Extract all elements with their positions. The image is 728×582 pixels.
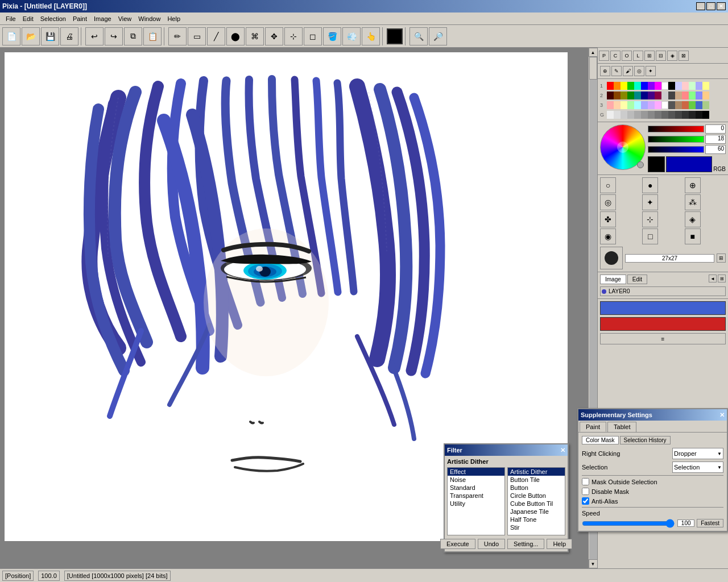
help-button[interactable]: Help (547, 539, 572, 549)
color-cell[interactable] (614, 92, 621, 99)
menu-file[interactable]: File (2, 14, 19, 23)
color-cell[interactable] (627, 82, 634, 90)
b-slider[interactable] (648, 146, 704, 153)
g-value[interactable]: 18 (705, 135, 726, 144)
color-cell[interactable] (641, 101, 648, 109)
current-color-preview[interactable] (666, 156, 712, 172)
spray-button[interactable]: 💨 (342, 27, 361, 45)
selection-select[interactable]: Selection ▼ (672, 462, 723, 473)
filter-item-stir[interactable]: Stir (508, 523, 565, 531)
supp-close-icon[interactable]: ✕ (719, 411, 725, 419)
layer-icon1[interactable]: ◄ (709, 275, 717, 282)
color-cell[interactable] (682, 101, 689, 109)
color-cell[interactable] (655, 111, 661, 119)
filter-item-japanese-tile[interactable]: Japanese Tile (508, 508, 565, 516)
color-cell[interactable] (668, 111, 675, 119)
color-cell[interactable] (702, 92, 709, 99)
layer-icon2[interactable]: ⊞ (718, 275, 726, 282)
color-cell[interactable] (614, 101, 621, 109)
new-button[interactable]: 📄 (2, 27, 20, 45)
color-wheel[interactable] (600, 124, 646, 170)
color-cell[interactable] (634, 92, 641, 99)
brush-cell-7[interactable]: ✤ (600, 211, 616, 227)
brush-cell-5[interactable]: ✦ (642, 194, 658, 210)
filter-close-icon[interactable]: ✕ (560, 447, 565, 454)
supp-tab-tablet[interactable]: Tablet (607, 422, 636, 432)
color-cell[interactable] (675, 92, 682, 99)
color-cell[interactable] (702, 101, 709, 109)
close-button[interactable]: ✕ (717, 2, 726, 10)
filter-item-noise[interactable]: Noise (448, 476, 504, 484)
color-cell[interactable] (702, 111, 709, 119)
brush-cell-6[interactable]: ⁂ (685, 194, 701, 210)
color-cell[interactable] (634, 111, 641, 119)
brush-cell-2[interactable]: ● (642, 177, 658, 193)
brush-cell-4[interactable]: ◎ (600, 194, 616, 210)
color-cell[interactable] (675, 111, 682, 119)
color-cell[interactable] (675, 82, 682, 90)
color-cell[interactable] (607, 82, 614, 90)
filter-effect-list[interactable]: Artistic Dither Button Tile Button Circl… (507, 467, 565, 535)
r-slider[interactable] (648, 126, 704, 132)
color-cell[interactable] (668, 92, 675, 99)
color-cell[interactable] (641, 111, 648, 119)
brush-cell-9[interactable]: ◈ (685, 211, 701, 227)
zoom-out-button[interactable]: 🔎 (429, 27, 447, 45)
brush-tool[interactable]: ✎ (611, 66, 622, 76)
brush-cell-12[interactable]: ■ (685, 228, 701, 244)
color-cell[interactable] (621, 111, 627, 119)
color-swatch-button[interactable] (387, 28, 403, 44)
copy-button[interactable]: ⧉ (124, 27, 142, 45)
filter-item-standard[interactable]: Standard (448, 484, 504, 492)
brush-cell-3[interactable]: ⊕ (685, 177, 701, 193)
smudge-button[interactable]: 👆 (362, 27, 380, 45)
panel-btn-c[interactable]: C (610, 51, 621, 61)
setting-button[interactable]: Setting... (507, 539, 544, 549)
minimize-button[interactable]: _ (696, 2, 705, 10)
blue-swatch[interactable] (600, 301, 726, 315)
bucket-button[interactable]: 🪣 (323, 27, 341, 45)
filter-item-utility[interactable]: Utility (448, 500, 504, 508)
color-cell[interactable] (696, 111, 702, 119)
color-cell[interactable] (621, 92, 627, 99)
filter-item-circle-button[interactable]: Circle Button (508, 492, 565, 500)
pencil-button[interactable]: ✏ (168, 27, 187, 45)
brush-cell-8[interactable]: ⊹ (642, 211, 658, 227)
filter-item-button-tile[interactable]: Button Tile (508, 476, 565, 484)
filter-item-effect[interactable]: Effect (448, 468, 504, 476)
color-cell[interactable] (634, 101, 641, 109)
rect-select-button[interactable]: ▭ (188, 27, 206, 45)
paste-button[interactable]: 📋 (143, 27, 162, 45)
eraser-button[interactable]: ◻ (304, 27, 322, 45)
panel-btn-icon4[interactable]: ⊠ (679, 51, 689, 61)
right-clicking-select[interactable]: Dropper ▼ (672, 448, 723, 459)
menu-image[interactable]: Image (90, 14, 115, 23)
color-cell[interactable] (648, 101, 655, 109)
save-button[interactable]: 💾 (41, 27, 59, 45)
color-cell[interactable] (634, 82, 641, 90)
color-cell[interactable] (689, 101, 696, 109)
color-cell[interactable] (689, 92, 696, 99)
open-button[interactable]: 📂 (22, 27, 40, 45)
color-cell[interactable] (689, 111, 696, 119)
filter-item-half-tone[interactable]: Half Tone (508, 516, 565, 523)
color-cell[interactable] (648, 92, 655, 99)
tool-icon4[interactable]: ◎ (634, 66, 644, 76)
fastest-button[interactable]: Fastest (697, 519, 723, 527)
supp-tab-paint[interactable]: Paint (580, 422, 606, 432)
g-slider[interactable] (648, 136, 704, 143)
scroll-up-button[interactable]: ▲ (589, 48, 598, 57)
color-cell[interactable] (682, 82, 689, 90)
menu-edit[interactable]: Edit (19, 14, 37, 23)
color-cell[interactable] (641, 82, 648, 90)
color-cell[interactable] (661, 101, 668, 109)
fg-color-swatch[interactable] (648, 156, 665, 172)
paint-tool[interactable]: 🖌 (623, 66, 633, 76)
subtab-selection-history[interactable]: Selection History (620, 436, 671, 444)
panel-btn-icon3[interactable]: ◈ (667, 51, 677, 61)
tab-image[interactable]: Image (600, 275, 626, 284)
panel-btn-icon2[interactable]: ⊟ (656, 51, 666, 61)
menu-selection[interactable]: Selection (37, 14, 69, 23)
color-cell[interactable] (621, 82, 627, 90)
disable-mask-checkbox[interactable] (582, 488, 589, 495)
